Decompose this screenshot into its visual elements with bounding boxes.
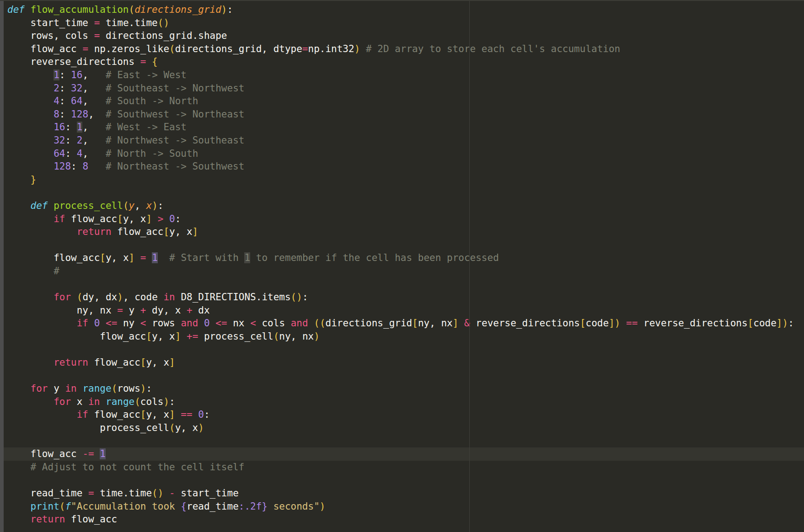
code-line[interactable]: 8: 128, # Southwest -> Northeast (0, 108, 804, 121)
code-token: : (204, 409, 210, 420)
code-token: 2 (54, 83, 59, 94)
code-line[interactable]: def flow_accumulation(directions_grid): (0, 3, 804, 16)
code-token (100, 318, 106, 329)
code-token: : (169, 396, 175, 407)
code-line[interactable]: flow_acc[y, x] = 1 # Start with 1 to rem… (0, 251, 804, 265)
comment-token: # (54, 266, 59, 277)
code-line[interactable] (0, 186, 804, 199)
code-line[interactable]: } (0, 173, 804, 186)
code-token (7, 396, 54, 407)
code-line[interactable]: rows, cols = directions_grid.shape (0, 29, 804, 43)
code-line[interactable]: 32: 2, # Northwest -> Southeast (0, 134, 804, 147)
code-token (94, 448, 100, 459)
code-line[interactable]: for (dy, dx), code in D8_DIRECTIONS.item… (0, 291, 804, 304)
code-token: 128 (54, 161, 71, 172)
code-token: < (250, 318, 256, 329)
code-line[interactable]: def process_cell(y, x): (0, 199, 804, 213)
code-token (175, 409, 181, 420)
code-token: [ (100, 252, 106, 263)
code-line[interactable]: if flow_acc[y, x] > 0: (0, 213, 804, 226)
code-line[interactable]: read_time = time.time() - start_time (0, 487, 804, 500)
code-token: ] (129, 252, 135, 263)
code-line[interactable]: return flow_acc (0, 513, 804, 526)
top-border (0, 0, 804, 1)
code-line[interactable]: if 0 <= ny < rows and 0 <= nx < cols and… (0, 317, 804, 330)
code-line-current[interactable]: flow_acc -= 1 (0, 447, 804, 461)
code-token: flow_acc (65, 213, 117, 224)
code-line[interactable]: 64: 4, # North -> South (0, 147, 804, 160)
code-token: flow_accumulation (31, 4, 129, 15)
comment-token: # West -> East (88, 122, 187, 133)
code-line[interactable] (0, 369, 804, 383)
code-token: ] (169, 409, 175, 420)
code-line[interactable]: flow_acc = np.zeros_like(directions_grid… (0, 43, 804, 56)
code-line[interactable]: for x in range(cols): (0, 395, 804, 409)
code-token: : (227, 4, 233, 15)
code-token: : (146, 383, 152, 394)
code-token: = (94, 17, 100, 28)
code-line[interactable]: reverse_directions = { (0, 55, 804, 69)
code-token: start_time (175, 488, 239, 499)
code-token: 64 (71, 96, 82, 106)
code-token (458, 318, 464, 329)
code-token (152, 213, 158, 224)
code-line[interactable]: return flow_acc[y, x] (0, 356, 804, 369)
code-token: , (82, 148, 88, 159)
code-token: 128 (71, 109, 88, 120)
code-token: directions_grid (134, 4, 221, 15)
code-line[interactable]: 128: 8 # Northeast -> Southwest (0, 160, 804, 173)
code-token: 32 (71, 83, 82, 94)
comment-token: # Southwest -> Northeast (94, 109, 245, 120)
comment-token: # East -> West (88, 69, 187, 80)
code-token: x (146, 200, 152, 211)
code-line[interactable]: ny, nx = y + dy, x + dx (0, 304, 804, 317)
code-line[interactable]: if flow_acc[y, x] == 0: (0, 408, 804, 421)
code-token (7, 83, 54, 94)
code-token: y (48, 383, 65, 394)
code-token (134, 252, 140, 263)
code-line[interactable] (0, 435, 804, 448)
code-editor[interactable]: def flow_accumulation(directions_grid): … (0, 1, 804, 526)
code-line[interactable] (0, 277, 804, 291)
code-token: <= (215, 318, 227, 329)
code-token: : (59, 83, 71, 94)
code-line[interactable]: for y in range(rows): (0, 382, 804, 395)
code-token: np.zeros_like (88, 43, 169, 54)
code-line[interactable]: 2: 32, # Southeast -> Northwest (0, 82, 804, 95)
code-token: : (788, 318, 794, 329)
code-line[interactable]: print(f"Accumulation took {read_time:.2f… (0, 500, 804, 513)
code-token: flow_acc (7, 43, 82, 54)
code-token: print (31, 501, 59, 512)
code-token (7, 109, 54, 120)
code-token: ny, nx (279, 331, 314, 342)
code-token: flow_acc (112, 226, 164, 237)
code-token: [ (748, 318, 754, 329)
code-token (193, 409, 198, 420)
code-token: ny, nx (418, 318, 453, 329)
code-line[interactable] (0, 239, 804, 252)
code-line[interactable]: 1: 16, # East -> West (0, 69, 804, 82)
code-line[interactable] (0, 473, 804, 487)
code-token: : (65, 148, 76, 159)
code-line[interactable]: 4: 64, # South -> North (0, 95, 804, 108)
code-token: rows, cols (7, 30, 94, 41)
code-line[interactable]: return flow_acc[y, x] (0, 225, 804, 239)
code-line[interactable]: # Adjust to not count the cell itself (0, 461, 804, 474)
code-token: ( (59, 501, 65, 512)
comment-token: # 2D array to store each cell's accumula… (360, 43, 620, 54)
code-line[interactable]: flow_acc[y, x] += process_cell(ny, nx) (0, 330, 804, 343)
comment-token: to remember if the cell has been process… (250, 252, 499, 263)
code-line[interactable]: start_time = time.time() (0, 16, 804, 30)
code-token: x (71, 396, 88, 407)
code-token: 4 (77, 148, 83, 159)
code-token: directions_grid.shape (100, 30, 227, 41)
code-line[interactable] (0, 343, 804, 356)
code-token: dy, x (146, 305, 187, 316)
code-line[interactable]: process_cell(y, x) (0, 421, 804, 435)
code-token: [ (580, 318, 586, 329)
code-line[interactable]: 16: 1, # West -> East (0, 121, 804, 134)
code-token: read_time (187, 501, 239, 512)
code-token: [ (163, 226, 169, 237)
code-token: y, x (152, 331, 175, 342)
code-line[interactable]: # (0, 265, 804, 278)
